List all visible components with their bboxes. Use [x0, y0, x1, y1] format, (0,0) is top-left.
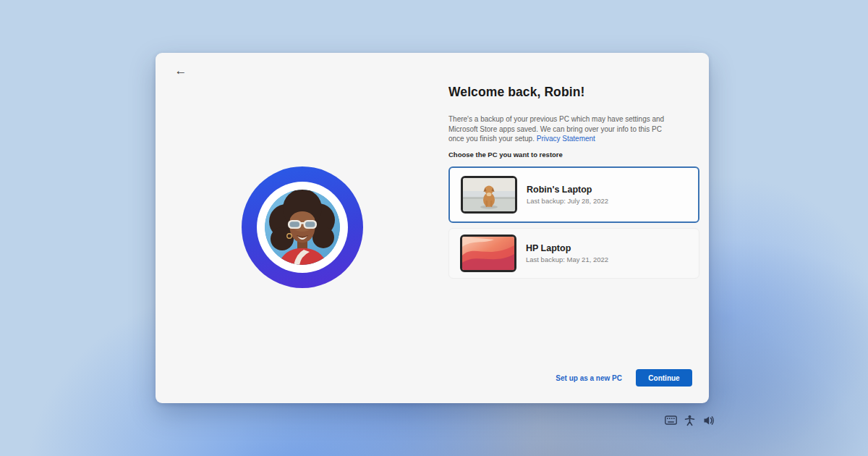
pc-name: Robin's Laptop [527, 185, 608, 195]
privacy-statement-link[interactable]: Privacy Statement [537, 135, 595, 143]
volume-icon[interactable] [702, 414, 715, 426]
pc-last-backup: Last backup: July 28, 2022 [527, 197, 608, 205]
setup-new-pc-link[interactable]: Set up as a new PC [556, 374, 622, 382]
pc-card-robins-laptop[interactable]: Robin's Laptop Last backup: July 28, 202… [448, 166, 699, 223]
pc-card-list: Robin's Laptop Last backup: July 28, 202… [448, 166, 699, 279]
main-content: Welcome back, Robin! There's a backup of… [448, 53, 702, 279]
avatar-inner-ring [257, 182, 348, 273]
restore-chooser-label: Choose the PC you want to restore [448, 151, 702, 159]
oobe-window: ← [156, 53, 709, 403]
avatar-photo [265, 190, 340, 265]
pc-card-text: HP Laptop Last backup: May 21, 2022 [526, 243, 608, 263]
avatar-ring [242, 166, 363, 288]
description-text: There's a backup of your previous PC whi… [448, 114, 678, 144]
pc-thumbnail-dog-photo [461, 176, 517, 214]
pc-thumbnail-abstract-waves [460, 235, 516, 272]
footer-actions: Set up as a new PC Continue [556, 369, 692, 387]
back-arrow-icon: ← [175, 64, 187, 78]
system-tray [665, 414, 715, 426]
continue-button[interactable]: Continue [636, 369, 692, 387]
keyboard-icon[interactable] [665, 414, 677, 426]
back-button[interactable]: ← [171, 62, 190, 80]
page-title: Welcome back, Robin! [448, 85, 702, 100]
pc-last-backup: Last backup: May 21, 2022 [526, 256, 608, 263]
avatar [242, 166, 363, 288]
pc-name: HP Laptop [526, 243, 608, 253]
pc-card-text: Robin's Laptop Last backup: July 28, 202… [527, 185, 608, 205]
accessibility-icon[interactable] [684, 414, 696, 426]
pc-card-hp-laptop[interactable]: HP Laptop Last backup: May 21, 2022 [448, 228, 699, 279]
